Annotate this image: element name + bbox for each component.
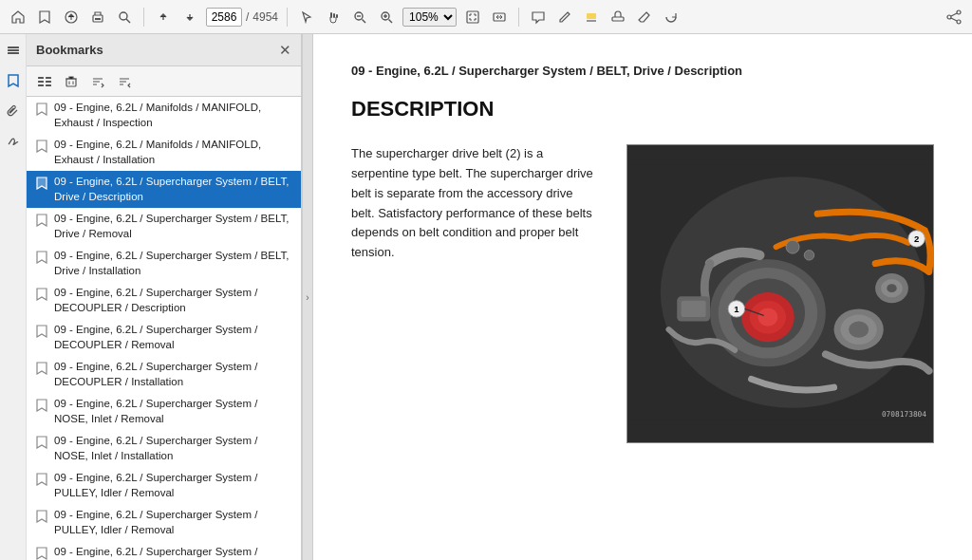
- svg-point-58: [786, 240, 799, 253]
- bookmark-item-icon: [34, 102, 49, 117]
- refresh-icon[interactable]: [661, 7, 682, 28]
- bookmarks-panel-icon[interactable]: [3, 70, 24, 91]
- svg-rect-2: [95, 18, 101, 20]
- bookmark-item-icon: [34, 546, 49, 560]
- svg-text:1: 1: [734, 304, 739, 314]
- engine-svg: 1 2: [627, 145, 933, 439]
- bookmark-item[interactable]: 09 - Engine, 6.2L / Supercharger System …: [27, 319, 301, 356]
- search-icon[interactable]: [114, 7, 135, 28]
- svg-point-3: [120, 12, 127, 20]
- page-up-icon[interactable]: [153, 7, 174, 28]
- bookmark-item[interactable]: 09 - Engine, 6.2L / Manifolds / MANIFOLD…: [27, 134, 301, 171]
- svg-rect-33: [46, 84, 51, 86]
- bookmark-item-label: 09 - Engine, 6.2L / Supercharger System …: [54, 508, 293, 537]
- bookmark-item-label: 09 - Engine, 6.2L / Supercharger System …: [54, 286, 293, 315]
- toolbar-separator-3: [518, 8, 519, 27]
- fit-page-icon[interactable]: [462, 7, 483, 28]
- close-panel-button[interactable]: ✕: [279, 42, 291, 59]
- svg-rect-15: [467, 11, 478, 23]
- bookmark-item-icon: [34, 361, 49, 376]
- bookmark-item-label: 09 - Engine, 6.2L / Supercharger System …: [54, 545, 293, 560]
- bookmark-item-label: 09 - Engine, 6.2L / Supercharger System …: [54, 397, 293, 426]
- svg-rect-26: [8, 49, 19, 51]
- bookmark-item-icon: [34, 509, 49, 524]
- page-info: 2586 / 4954: [206, 8, 278, 27]
- svg-point-21: [957, 20, 961, 24]
- bookmark-item-label: 09 - Engine, 6.2L / Supercharger System …: [54, 249, 293, 278]
- bookmark-item[interactable]: 09 - Engine, 6.2L / Supercharger System …: [27, 430, 301, 467]
- svg-point-20: [957, 10, 961, 14]
- svg-rect-31: [46, 77, 51, 79]
- svg-rect-34: [66, 79, 76, 86]
- svg-line-23: [951, 13, 957, 16]
- bookmark-item-label: 09 - Engine, 6.2L / Supercharger System …: [54, 175, 293, 204]
- bookmarks-panel: Bookmarks ✕ 09 - Engine, 6.2L / Manifold…: [27, 34, 302, 560]
- attachments-panel-icon[interactable]: [3, 101, 24, 121]
- main-layout: Bookmarks ✕ 09 - Engine, 6.2L / Manifold…: [0, 34, 972, 560]
- svg-line-14: [389, 19, 393, 23]
- bookmark-item[interactable]: 09 - Engine, 6.2L / Supercharger System …: [27, 467, 301, 504]
- left-icon-strip: [0, 34, 27, 560]
- bookmark-item-label: 09 - Engine, 6.2L / Supercharger System …: [54, 212, 293, 241]
- hand-icon[interactable]: [323, 7, 344, 28]
- signatures-panel-icon[interactable]: [3, 131, 24, 152]
- bookmark-item[interactable]: 09 - Engine, 6.2L / Manifolds / MANIFOLD…: [27, 97, 301, 134]
- bookmark-item[interactable]: 09 - Engine, 6.2L / Supercharger System …: [27, 208, 301, 245]
- svg-rect-29: [38, 81, 44, 83]
- zoom-select[interactable]: 105%75%100%125%150%: [402, 8, 457, 27]
- zoom-out-icon[interactable]: [349, 7, 370, 28]
- svg-point-52: [849, 322, 869, 338]
- bookmark-toolbar-icon[interactable]: [34, 7, 55, 28]
- svg-point-44: [758, 308, 778, 327]
- bookmark-item-icon: [34, 139, 49, 154]
- bookmark-item[interactable]: 09 - Engine, 6.2L / Supercharger System …: [27, 171, 301, 208]
- home-icon[interactable]: [8, 7, 28, 28]
- sidebar-collapse-handle[interactable]: ›: [302, 34, 313, 560]
- bookmark-item[interactable]: 09 - Engine, 6.2L / Supercharger System …: [27, 504, 301, 541]
- content-breadcrumb: 09 - Engine, 6.2L / Supercharger System …: [351, 63, 934, 80]
- stamps-icon[interactable]: [608, 7, 628, 28]
- svg-rect-19: [612, 17, 624, 21]
- bookmark-item-icon: [34, 324, 49, 339]
- bookmarks-panel-header: Bookmarks ✕: [27, 34, 301, 66]
- highlight-icon[interactable]: [581, 7, 602, 28]
- bookmark-list-icon[interactable]: [34, 71, 55, 92]
- page-input[interactable]: 2586: [206, 8, 242, 27]
- fit-width-icon[interactable]: [489, 7, 510, 28]
- share-icon[interactable]: [944, 7, 964, 28]
- print-icon[interactable]: [87, 7, 108, 28]
- delete-bookmark-icon[interactable]: [61, 71, 82, 92]
- expand-all-icon[interactable]: [87, 71, 108, 92]
- cursor-icon[interactable]: [296, 7, 317, 28]
- bookmark-item[interactable]: 09 - Engine, 6.2L / Supercharger System …: [27, 356, 301, 393]
- svg-rect-32: [46, 81, 51, 83]
- layers-panel-icon[interactable]: [3, 40, 24, 61]
- svg-point-55: [887, 284, 896, 292]
- bookmark-item-label: 09 - Engine, 6.2L / Supercharger System …: [54, 360, 293, 389]
- eraser-icon[interactable]: [634, 7, 655, 28]
- svg-rect-30: [38, 84, 44, 86]
- bookmark-item-icon: [34, 287, 49, 302]
- bookmarks-panel-title: Bookmarks: [36, 43, 103, 57]
- page-separator: /: [246, 10, 249, 24]
- pen-icon[interactable]: [554, 7, 575, 28]
- zoom-in-icon[interactable]: [376, 7, 397, 28]
- bookmark-item-icon: [34, 213, 49, 228]
- body-text: The supercharger drive belt (2) is a ser…: [351, 144, 598, 263]
- bookmark-item[interactable]: 09 - Engine, 6.2L / Supercharger System …: [27, 282, 301, 319]
- main-toolbar: 2586 / 4954 105%75%100%125%150%: [0, 0, 972, 34]
- engine-image: 1 2: [626, 144, 934, 443]
- bookmark-item[interactable]: 09 - Engine, 6.2L / Supercharger System …: [27, 393, 301, 430]
- toolbar-separator-1: [143, 8, 144, 27]
- upload-icon[interactable]: [61, 7, 82, 28]
- document-content: 09 - Engine, 6.2L / Supercharger System …: [313, 34, 972, 560]
- bookmark-list: 09 - Engine, 6.2L / Manifolds / MANIFOLD…: [27, 97, 301, 560]
- comment-icon[interactable]: [528, 7, 549, 28]
- svg-rect-17: [587, 13, 596, 19]
- bookmark-item-icon: [34, 398, 49, 413]
- toolbar-separator-2: [287, 8, 288, 27]
- page-down-icon[interactable]: [179, 7, 200, 28]
- bookmark-item[interactable]: 09 - Engine, 6.2L / Supercharger System …: [27, 541, 301, 560]
- bookmark-item[interactable]: 09 - Engine, 6.2L / Supercharger System …: [27, 245, 301, 282]
- collapse-all-icon[interactable]: [114, 71, 135, 92]
